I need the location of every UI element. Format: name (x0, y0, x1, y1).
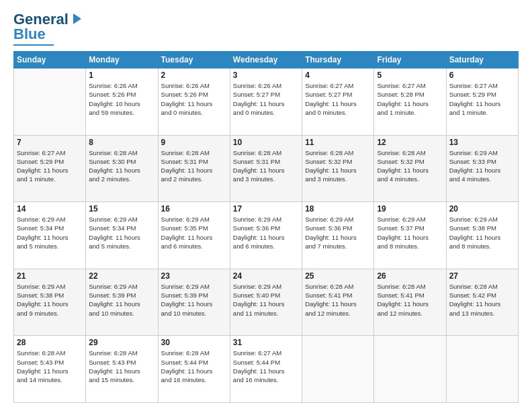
table-row: 27Sunrise: 6:28 AM Sunset: 5:42 PM Dayli… (446, 269, 518, 336)
table-row: 26Sunrise: 6:28 AM Sunset: 5:41 PM Dayli… (374, 269, 446, 336)
day-number: 27 (449, 271, 515, 281)
page: General Blue Sunday Monday Tuesday Wedne… (0, 0, 532, 411)
col-monday: Monday (86, 52, 158, 68)
day-number: 24 (233, 271, 299, 281)
svg-marker-0 (73, 13, 81, 24)
day-number: 8 (89, 138, 154, 147)
day-number: 1 (89, 71, 154, 80)
table-row: 24Sunrise: 6:29 AM Sunset: 5:40 PM Dayli… (230, 269, 302, 336)
day-number: 13 (449, 138, 515, 147)
table-row: 2Sunrise: 6:26 AM Sunset: 5:26 PM Daylig… (158, 68, 230, 136)
logo: General Blue (13, 11, 83, 46)
table-row: 15Sunrise: 6:29 AM Sunset: 5:34 PM Dayli… (86, 202, 158, 269)
table-row: 13Sunrise: 6:29 AM Sunset: 5:33 PM Dayli… (446, 135, 518, 202)
table-row (14, 68, 86, 136)
day-number: 23 (161, 271, 227, 281)
table-row: 7Sunrise: 6:27 AM Sunset: 5:29 PM Daylig… (14, 135, 86, 202)
table-row: 22Sunrise: 6:29 AM Sunset: 5:39 PM Dayli… (86, 269, 158, 336)
day-number: 26 (377, 271, 443, 281)
day-number: 30 (161, 338, 227, 347)
table-row: 4Sunrise: 6:27 AM Sunset: 5:27 PM Daylig… (302, 68, 374, 136)
table-row: 1Sunrise: 6:26 AM Sunset: 5:26 PM Daylig… (86, 68, 158, 136)
table-row: 21Sunrise: 6:29 AM Sunset: 5:38 PM Dayli… (14, 269, 86, 336)
day-info: Sunrise: 6:29 AM Sunset: 5:40 PM Dayligh… (233, 282, 299, 318)
day-number: 5 (377, 71, 443, 80)
day-number: 19 (377, 204, 443, 214)
table-row: 25Sunrise: 6:28 AM Sunset: 5:41 PM Dayli… (302, 269, 374, 336)
day-info: Sunrise: 6:28 AM Sunset: 5:44 PM Dayligh… (161, 349, 227, 384)
day-number: 18 (305, 204, 371, 214)
day-number: 16 (161, 204, 227, 214)
table-row (302, 336, 374, 403)
calendar-table: Sunday Monday Tuesday Wednesday Thursday… (13, 51, 519, 403)
day-info: Sunrise: 6:28 AM Sunset: 5:43 PM Dayligh… (89, 349, 154, 384)
day-number: 15 (89, 204, 154, 214)
table-row: 30Sunrise: 6:28 AM Sunset: 5:44 PM Dayli… (158, 336, 230, 403)
day-info: Sunrise: 6:29 AM Sunset: 5:38 PM Dayligh… (449, 215, 515, 250)
day-number: 29 (89, 338, 154, 347)
day-info: Sunrise: 6:27 AM Sunset: 5:27 PM Dayligh… (305, 81, 371, 117)
day-info: Sunrise: 6:28 AM Sunset: 5:31 PM Dayligh… (161, 148, 227, 184)
day-info: Sunrise: 6:28 AM Sunset: 5:31 PM Dayligh… (233, 148, 299, 184)
day-number: 7 (17, 138, 83, 147)
day-info: Sunrise: 6:27 AM Sunset: 5:44 PM Dayligh… (233, 349, 299, 384)
day-info: Sunrise: 6:29 AM Sunset: 5:34 PM Dayligh… (17, 215, 83, 250)
day-number: 10 (233, 138, 299, 147)
col-thursday: Thursday (302, 52, 374, 68)
day-number: 21 (17, 271, 83, 281)
day-info: Sunrise: 6:26 AM Sunset: 5:27 PM Dayligh… (233, 81, 299, 117)
day-info: Sunrise: 6:27 AM Sunset: 5:29 PM Dayligh… (449, 81, 515, 117)
table-row (446, 336, 518, 403)
table-row: 3Sunrise: 6:26 AM Sunset: 5:27 PM Daylig… (230, 68, 302, 136)
header: General Blue (13, 11, 519, 46)
day-number: 12 (377, 138, 443, 147)
day-info: Sunrise: 6:28 AM Sunset: 5:30 PM Dayligh… (89, 148, 154, 184)
day-info: Sunrise: 6:29 AM Sunset: 5:35 PM Dayligh… (161, 215, 227, 250)
col-tuesday: Tuesday (158, 52, 230, 68)
day-number: 28 (17, 338, 83, 347)
day-info: Sunrise: 6:26 AM Sunset: 5:26 PM Dayligh… (89, 81, 154, 117)
day-number: 20 (449, 204, 515, 214)
day-number: 25 (305, 271, 371, 281)
col-saturday: Saturday (446, 52, 518, 68)
day-info: Sunrise: 6:28 AM Sunset: 5:43 PM Dayligh… (17, 349, 83, 384)
day-info: Sunrise: 6:29 AM Sunset: 5:36 PM Dayligh… (305, 215, 371, 250)
day-number: 4 (305, 71, 371, 80)
header-row: Sunday Monday Tuesday Wednesday Thursday… (14, 52, 519, 68)
logo-blue: Blue (13, 26, 46, 43)
day-info: Sunrise: 6:28 AM Sunset: 5:41 PM Dayligh… (377, 282, 443, 318)
day-info: Sunrise: 6:28 AM Sunset: 5:41 PM Dayligh… (305, 282, 371, 318)
table-row: 31Sunrise: 6:27 AM Sunset: 5:44 PM Dayli… (230, 336, 302, 403)
day-info: Sunrise: 6:29 AM Sunset: 5:38 PM Dayligh… (17, 282, 83, 318)
day-number: 9 (161, 138, 227, 147)
table-row: 14Sunrise: 6:29 AM Sunset: 5:34 PM Dayli… (14, 202, 86, 269)
day-info: Sunrise: 6:29 AM Sunset: 5:34 PM Dayligh… (89, 215, 154, 250)
day-info: Sunrise: 6:28 AM Sunset: 5:42 PM Dayligh… (449, 282, 515, 318)
table-row: 6Sunrise: 6:27 AM Sunset: 5:29 PM Daylig… (446, 68, 518, 136)
day-info: Sunrise: 6:27 AM Sunset: 5:29 PM Dayligh… (17, 148, 83, 184)
day-number: 22 (89, 271, 154, 281)
table-row: 9Sunrise: 6:28 AM Sunset: 5:31 PM Daylig… (158, 135, 230, 202)
day-info: Sunrise: 6:29 AM Sunset: 5:39 PM Dayligh… (161, 282, 227, 318)
table-row: 5Sunrise: 6:27 AM Sunset: 5:28 PM Daylig… (374, 68, 446, 136)
table-row: 18Sunrise: 6:29 AM Sunset: 5:36 PM Dayli… (302, 202, 374, 269)
col-wednesday: Wednesday (230, 52, 302, 68)
table-row: 17Sunrise: 6:29 AM Sunset: 5:36 PM Dayli… (230, 202, 302, 269)
table-row: 19Sunrise: 6:29 AM Sunset: 5:37 PM Dayli… (374, 202, 446, 269)
logo-line (13, 44, 54, 46)
table-row: 11Sunrise: 6:28 AM Sunset: 5:32 PM Dayli… (302, 135, 374, 202)
day-number: 14 (17, 204, 83, 214)
table-row: 16Sunrise: 6:29 AM Sunset: 5:35 PM Dayli… (158, 202, 230, 269)
day-info: Sunrise: 6:29 AM Sunset: 5:33 PM Dayligh… (449, 148, 515, 184)
table-row: 29Sunrise: 6:28 AM Sunset: 5:43 PM Dayli… (86, 336, 158, 403)
table-row: 20Sunrise: 6:29 AM Sunset: 5:38 PM Dayli… (446, 202, 518, 269)
day-info: Sunrise: 6:26 AM Sunset: 5:26 PM Dayligh… (161, 81, 227, 117)
col-sunday: Sunday (14, 52, 86, 68)
table-row: 23Sunrise: 6:29 AM Sunset: 5:39 PM Dayli… (158, 269, 230, 336)
table-row: 28Sunrise: 6:28 AM Sunset: 5:43 PM Dayli… (14, 336, 86, 403)
day-info: Sunrise: 6:29 AM Sunset: 5:37 PM Dayligh… (377, 215, 443, 250)
day-info: Sunrise: 6:29 AM Sunset: 5:39 PM Dayligh… (89, 282, 154, 318)
day-info: Sunrise: 6:29 AM Sunset: 5:36 PM Dayligh… (233, 215, 299, 250)
day-number: 11 (305, 138, 371, 147)
logo-icon (69, 12, 83, 27)
